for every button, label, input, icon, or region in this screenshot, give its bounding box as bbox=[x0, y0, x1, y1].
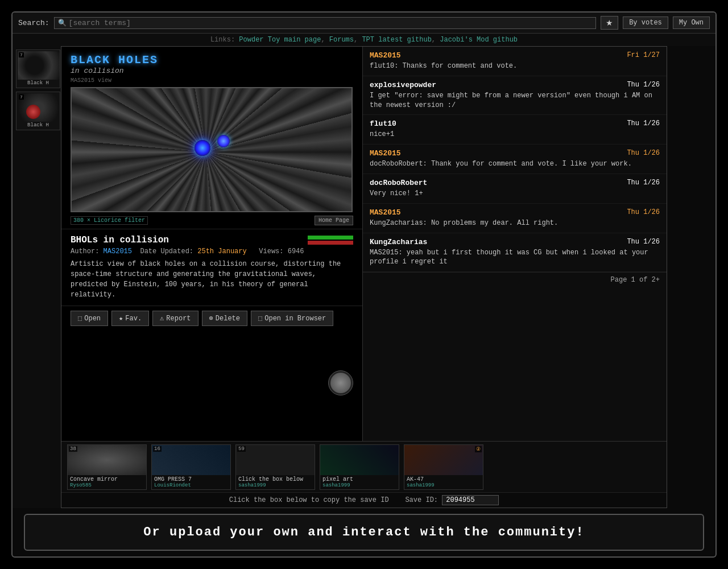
bottom-thumb-img-3: 59 bbox=[236, 445, 315, 475]
save-id-input[interactable] bbox=[442, 495, 499, 505]
left-thumb-label-2: Black H bbox=[18, 122, 59, 129]
open-button[interactable]: ⬚ Open bbox=[71, 311, 108, 326]
bottom-thumb-num-3: 59 bbox=[237, 446, 246, 452]
bottom-thumb-author-4: sasha1999 bbox=[322, 483, 396, 488]
sim-avatar bbox=[328, 370, 353, 395]
link-tpt-github[interactable]: TPT latest github bbox=[362, 36, 431, 44]
bottom-thumb-info-4: pixel art sasha1999 bbox=[320, 475, 399, 489]
comment-7: KungZacharias Thu 1/26 MAS2015: yeah but… bbox=[363, 233, 667, 273]
bottom-thumb-name-1: Concave mirror bbox=[70, 476, 144, 483]
comment-1: MAS2015 Fri 1/27 flut10: Thanks for comm… bbox=[363, 47, 667, 76]
left-thumb-2[interactable]: 7 Black H bbox=[16, 92, 60, 130]
bottom-thumb-author-1: Ryso585 bbox=[70, 483, 144, 488]
bottom-thumb-name-3: Click the box below bbox=[238, 476, 312, 483]
open-browser-button[interactable]: ⬚ Open in Browser bbox=[251, 311, 333, 326]
action-bar: ⬚ Open ★ Fav. ⚠ Report ⊗ bbox=[61, 306, 362, 331]
comment-user-4: MAS2015 bbox=[370, 149, 401, 158]
bottom-thumb-img-5: ② bbox=[404, 445, 483, 475]
fav-button[interactable]: ★ Fav. bbox=[111, 311, 149, 326]
comment-3: flut10 Thu 1/26 nice+1 bbox=[363, 115, 667, 145]
bottom-caption: Or upload your own and interact with the… bbox=[24, 514, 704, 551]
save-author: MAS2015 bbox=[104, 248, 132, 255]
comment-user-2: explosivepowder bbox=[370, 81, 436, 89]
comment-header-7: KungZacharias Thu 1/26 bbox=[370, 238, 660, 246]
by-votes-button[interactable]: By votes bbox=[623, 17, 668, 29]
link-jacobi-github[interactable]: Jacobi's Mod github bbox=[440, 36, 518, 44]
open-browser-icon: ⬚ bbox=[258, 314, 262, 323]
left-thumb-num-1: 7 bbox=[19, 52, 24, 57]
sim-area: BLACK HOLES in collision MAS2015 view 38… bbox=[61, 47, 363, 441]
link-powder-toy[interactable]: Powder Toy main page bbox=[239, 36, 321, 44]
bottom-thumb-img-2: 16 bbox=[152, 445, 230, 475]
comment-4: MAS2015 Thu 1/26 docRoboRobert: Thank yo… bbox=[363, 145, 667, 174]
delete-button[interactable]: ⊗ Delete bbox=[202, 311, 247, 326]
comment-date-3: Thu 1/26 bbox=[627, 119, 660, 128]
sim-controls: 380 × Licorice filter Home Page bbox=[61, 212, 362, 229]
comment-date-1: Fri 1/27 bbox=[627, 51, 660, 60]
bottom-thumb-name-4: pixel art bbox=[322, 476, 396, 483]
black-hole-1 bbox=[195, 140, 210, 156]
bottom-thumb-img-1: 38 bbox=[68, 445, 146, 475]
left-thumb-img-2: 7 bbox=[18, 93, 60, 122]
sim-canvas[interactable] bbox=[71, 87, 353, 212]
bottom-thumb-name-5: AK-47 bbox=[407, 476, 481, 483]
comment-6: MAS2015 Thu 1/26 KungZacharias: No probl… bbox=[363, 204, 667, 233]
comment-header-4: MAS2015 Thu 1/26 bbox=[370, 149, 660, 158]
left-thumb-num-2: 7 bbox=[19, 94, 24, 100]
comment-date-6: Thu 1/26 bbox=[627, 208, 660, 217]
comment-text-1: flut10: Thanks for comment and vote. bbox=[370, 61, 660, 71]
home-page-button[interactable]: Home Page bbox=[315, 216, 353, 225]
bottom-thumb-5[interactable]: ② AK-47 sasha1999 bbox=[404, 444, 483, 490]
comment-text-6: KungZacharias: No problems my dear. All … bbox=[370, 218, 660, 228]
bottom-thumb-author-5: sasha1999 bbox=[407, 483, 481, 488]
main-area: 7 Black H 7 Black H BLACK HOLES in colli… bbox=[13, 46, 715, 508]
bottom-thumb-num-2: 16 bbox=[153, 446, 162, 452]
bottom-thumb-4[interactable]: pixel art sasha1999 bbox=[320, 444, 399, 490]
bottom-thumb-author-3: sasha1999 bbox=[238, 483, 312, 488]
bottom-thumb-3[interactable]: 59 Click the box below sasha1999 bbox=[235, 444, 315, 490]
comment-user-1: MAS2015 bbox=[370, 51, 401, 60]
search-label: Search: bbox=[18, 19, 49, 27]
links-bar: Links: Powder Toy main page, Forums, TPT… bbox=[13, 34, 715, 46]
comment-text-2: I get "error: save might be from a newer… bbox=[370, 91, 660, 110]
bottom-thumb-info-5: AK-47 sasha1999 bbox=[404, 475, 483, 489]
comment-header-1: MAS2015 Fri 1/27 bbox=[370, 51, 660, 60]
open-icon: ⬚ bbox=[78, 314, 82, 323]
save-info: BHOLs in collision Author: MAS2015 Date … bbox=[61, 229, 362, 306]
comment-header-6: MAS2015 Thu 1/26 bbox=[370, 208, 660, 217]
save-id-label: Click the box below to copy the save ID bbox=[229, 496, 389, 504]
save-title: BHOLs in collision bbox=[71, 235, 169, 245]
report-button[interactable]: ⚠ Report bbox=[152, 311, 198, 326]
bh-rings bbox=[72, 88, 351, 211]
bottom-thumb-2[interactable]: 16 OMG PRESS 7 LouisRiondet bbox=[151, 444, 231, 490]
search-input[interactable] bbox=[69, 19, 593, 27]
left-thumb-img-1: 7 bbox=[18, 51, 60, 80]
search-icon: 🔍 bbox=[58, 19, 67, 27]
save-views: 6946 bbox=[288, 248, 304, 255]
comment-header-2: explosivepowder Thu 1/26 bbox=[370, 81, 660, 89]
save-description: Artistic view of black holes on a collis… bbox=[71, 259, 353, 300]
link-forums[interactable]: Forums bbox=[329, 36, 354, 44]
save-date: 25th January bbox=[197, 248, 246, 255]
save-id-field-label: Save ID: bbox=[405, 496, 438, 504]
bottom-caption-text: Or upload your own and interact with the… bbox=[143, 525, 584, 539]
comment-2: explosivepowder Thu 1/26 I get "error: s… bbox=[363, 76, 667, 116]
save-views-label: Views: bbox=[259, 248, 283, 255]
links-prefix: Links: bbox=[210, 36, 239, 44]
report-icon: ⚠ bbox=[160, 314, 164, 323]
bottom-thumb-name-2: OMG PRESS 7 bbox=[154, 476, 228, 483]
bottom-thumb-info-2: OMG PRESS 7 LouisRiondet bbox=[152, 475, 230, 489]
save-meta: Author: MAS2015 Date Updated: 25th Janua… bbox=[71, 248, 353, 255]
bottom-thumb-1[interactable]: 38 Concave mirror Ryso585 bbox=[67, 444, 147, 490]
star-button[interactable]: ★ bbox=[601, 16, 618, 30]
bottom-thumb-info-3: Click the box below sasha1999 bbox=[236, 475, 315, 489]
comment-text-7: MAS2015: yeah but i first though it was … bbox=[370, 248, 660, 267]
comment-text-4: docRoboRobert: Thank you for comment and… bbox=[370, 159, 660, 169]
search-input-wrap: 🔍 bbox=[54, 17, 597, 29]
left-thumb-1[interactable]: 7 Black H bbox=[16, 50, 60, 88]
bottom-thumb-score-5: ② bbox=[475, 446, 482, 452]
my-own-button[interactable]: My Own bbox=[673, 17, 710, 29]
comment-date-4: Thu 1/26 bbox=[627, 149, 660, 158]
comment-5: docRoboRobert Thu 1/26 Very nice! 1+ bbox=[363, 174, 667, 204]
sim-avatar-inner bbox=[330, 373, 351, 393]
